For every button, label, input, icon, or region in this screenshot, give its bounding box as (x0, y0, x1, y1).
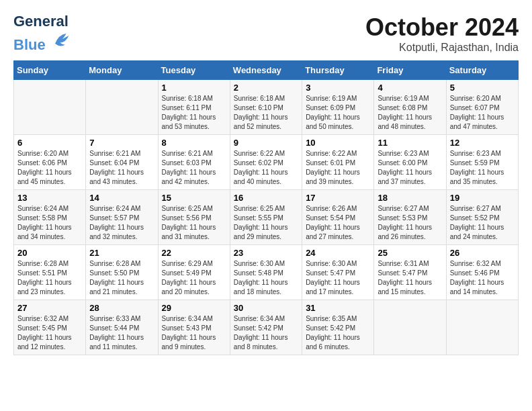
day-info: Sunrise: 6:25 AM Sunset: 5:55 PM Dayligh… (234, 204, 298, 242)
day-number: 23 (234, 248, 298, 258)
calendar-cell: 13Sunrise: 6:24 AM Sunset: 5:58 PM Dayli… (14, 190, 86, 245)
calendar-cell: 6Sunrise: 6:20 AM Sunset: 6:06 PM Daylig… (14, 135, 86, 190)
calendar-cell: 25Sunrise: 6:31 AM Sunset: 5:47 PM Dayli… (374, 245, 446, 300)
title-area: October 2024 Kotputli, Rajasthan, India (365, 13, 519, 54)
day-number: 7 (89, 138, 154, 148)
day-number: 24 (306, 248, 370, 258)
day-number: 27 (17, 303, 82, 313)
calendar-cell: 10Sunrise: 6:22 AM Sunset: 6:01 PM Dayli… (302, 135, 374, 190)
calendar-cell: 20Sunrise: 6:28 AM Sunset: 5:51 PM Dayli… (14, 245, 86, 300)
day-number: 18 (378, 193, 442, 203)
day-info: Sunrise: 6:21 AM Sunset: 6:04 PM Dayligh… (89, 149, 154, 187)
day-info: Sunrise: 6:35 AM Sunset: 5:42 PM Dayligh… (306, 314, 370, 352)
calendar-cell: 12Sunrise: 6:23 AM Sunset: 5:59 PM Dayli… (446, 135, 518, 190)
day-info: Sunrise: 6:27 AM Sunset: 5:53 PM Dayligh… (378, 204, 442, 242)
day-info: Sunrise: 6:20 AM Sunset: 6:06 PM Dayligh… (17, 149, 82, 187)
day-info: Sunrise: 6:23 AM Sunset: 6:00 PM Dayligh… (378, 149, 442, 187)
calendar-cell: 4Sunrise: 6:19 AM Sunset: 6:08 PM Daylig… (374, 80, 446, 135)
calendar-cell: 19Sunrise: 6:27 AM Sunset: 5:52 PM Dayli… (446, 190, 518, 245)
calendar-cell: 7Sunrise: 6:21 AM Sunset: 6:04 PM Daylig… (86, 135, 158, 190)
day-info: Sunrise: 6:34 AM Sunset: 5:42 PM Dayligh… (234, 314, 298, 352)
calendar-cell: 1Sunrise: 6:18 AM Sunset: 6:11 PM Daylig… (158, 80, 230, 135)
day-info: Sunrise: 6:31 AM Sunset: 5:47 PM Dayligh… (378, 259, 442, 297)
day-number: 11 (378, 138, 442, 148)
calendar-header-row: SundayMondayTuesdayWednesdayThursdayFrid… (14, 61, 519, 80)
day-info: Sunrise: 6:32 AM Sunset: 5:45 PM Dayligh… (17, 314, 82, 352)
day-info: Sunrise: 6:33 AM Sunset: 5:44 PM Dayligh… (89, 314, 154, 352)
calendar-cell: 5Sunrise: 6:20 AM Sunset: 6:07 PM Daylig… (446, 80, 518, 135)
day-info: Sunrise: 6:28 AM Sunset: 5:51 PM Dayligh… (17, 259, 82, 297)
calendar-cell: 15Sunrise: 6:25 AM Sunset: 5:56 PM Dayli… (158, 190, 230, 245)
calendar-week-row: 1Sunrise: 6:18 AM Sunset: 6:11 PM Daylig… (14, 80, 519, 135)
day-info: Sunrise: 6:19 AM Sunset: 6:09 PM Dayligh… (306, 94, 370, 132)
logo: GeneralBlue (13, 13, 71, 53)
day-header-sunday: Sunday (14, 61, 86, 80)
calendar-cell: 3Sunrise: 6:19 AM Sunset: 6:09 PM Daylig… (302, 80, 374, 135)
calendar-cell: 23Sunrise: 6:30 AM Sunset: 5:48 PM Dayli… (230, 245, 302, 300)
day-info: Sunrise: 6:24 AM Sunset: 5:58 PM Dayligh… (17, 204, 82, 242)
day-info: Sunrise: 6:27 AM Sunset: 5:52 PM Dayligh… (450, 204, 515, 242)
day-info: Sunrise: 6:21 AM Sunset: 6:03 PM Dayligh… (162, 149, 226, 187)
day-number: 4 (378, 83, 442, 93)
day-info: Sunrise: 6:32 AM Sunset: 5:46 PM Dayligh… (450, 259, 515, 297)
day-info: Sunrise: 6:26 AM Sunset: 5:54 PM Dayligh… (306, 204, 370, 242)
logo-bird-icon (51, 30, 71, 50)
logo-text: GeneralBlue (13, 13, 71, 53)
calendar-title: October 2024 (365, 13, 519, 42)
calendar-cell: 31Sunrise: 6:35 AM Sunset: 5:42 PM Dayli… (302, 300, 374, 355)
day-number: 10 (306, 138, 370, 148)
day-number: 29 (162, 303, 226, 313)
day-info: Sunrise: 6:19 AM Sunset: 6:08 PM Dayligh… (378, 94, 442, 132)
day-info: Sunrise: 6:25 AM Sunset: 5:56 PM Dayligh… (162, 204, 226, 242)
day-number: 31 (306, 303, 370, 313)
day-info: Sunrise: 6:18 AM Sunset: 6:10 PM Dayligh… (234, 94, 298, 132)
day-number: 8 (162, 138, 226, 148)
day-number: 16 (234, 193, 298, 203)
calendar-cell (14, 80, 86, 135)
calendar-cell: 9Sunrise: 6:22 AM Sunset: 6:02 PM Daylig… (230, 135, 302, 190)
day-info: Sunrise: 6:30 AM Sunset: 5:47 PM Dayligh… (306, 259, 370, 297)
day-number: 5 (450, 83, 515, 93)
calendar-cell: 8Sunrise: 6:21 AM Sunset: 6:03 PM Daylig… (158, 135, 230, 190)
calendar-cell: 26Sunrise: 6:32 AM Sunset: 5:46 PM Dayli… (446, 245, 518, 300)
calendar-cell: 2Sunrise: 6:18 AM Sunset: 6:10 PM Daylig… (230, 80, 302, 135)
calendar-week-row: 27Sunrise: 6:32 AM Sunset: 5:45 PM Dayli… (14, 300, 519, 355)
day-number: 25 (378, 248, 442, 258)
calendar-cell: 22Sunrise: 6:29 AM Sunset: 5:49 PM Dayli… (158, 245, 230, 300)
day-info: Sunrise: 6:30 AM Sunset: 5:48 PM Dayligh… (234, 259, 298, 297)
day-number: 22 (162, 248, 226, 258)
day-number: 30 (234, 303, 298, 313)
calendar-cell: 27Sunrise: 6:32 AM Sunset: 5:45 PM Dayli… (14, 300, 86, 355)
calendar-table: SundayMondayTuesdayWednesdayThursdayFrid… (13, 60, 519, 355)
day-header-saturday: Saturday (446, 61, 518, 80)
day-number: 6 (17, 138, 82, 148)
calendar-cell: 30Sunrise: 6:34 AM Sunset: 5:42 PM Dayli… (230, 300, 302, 355)
day-number: 13 (17, 193, 82, 203)
calendar-cell (86, 80, 158, 135)
day-number: 3 (306, 83, 370, 93)
calendar-cell: 18Sunrise: 6:27 AM Sunset: 5:53 PM Dayli… (374, 190, 446, 245)
calendar-subtitle: Kotputli, Rajasthan, India (365, 42, 519, 54)
day-number: 1 (162, 83, 226, 93)
day-number: 12 (450, 138, 515, 148)
day-info: Sunrise: 6:23 AM Sunset: 5:59 PM Dayligh… (450, 149, 515, 187)
day-number: 17 (306, 193, 370, 203)
day-header-friday: Friday (374, 61, 446, 80)
calendar-header: GeneralBlue October 2024 Kotputli, Rajas… (13, 13, 519, 54)
calendar-cell: 21Sunrise: 6:28 AM Sunset: 5:50 PM Dayli… (86, 245, 158, 300)
day-number: 28 (89, 303, 154, 313)
calendar-cell: 17Sunrise: 6:26 AM Sunset: 5:54 PM Dayli… (302, 190, 374, 245)
day-header-monday: Monday (86, 61, 158, 80)
day-info: Sunrise: 6:18 AM Sunset: 6:11 PM Dayligh… (162, 94, 226, 132)
calendar-cell: 28Sunrise: 6:33 AM Sunset: 5:44 PM Dayli… (86, 300, 158, 355)
calendar-cell (446, 300, 518, 355)
day-number: 15 (162, 193, 226, 203)
day-info: Sunrise: 6:24 AM Sunset: 5:57 PM Dayligh… (89, 204, 154, 242)
calendar-cell (374, 300, 446, 355)
calendar-cell: 24Sunrise: 6:30 AM Sunset: 5:47 PM Dayli… (302, 245, 374, 300)
day-number: 21 (89, 248, 154, 258)
day-info: Sunrise: 6:28 AM Sunset: 5:50 PM Dayligh… (89, 259, 154, 297)
day-header-tuesday: Tuesday (158, 61, 230, 80)
day-info: Sunrise: 6:22 AM Sunset: 6:02 PM Dayligh… (234, 149, 298, 187)
day-info: Sunrise: 6:20 AM Sunset: 6:07 PM Dayligh… (450, 94, 515, 132)
